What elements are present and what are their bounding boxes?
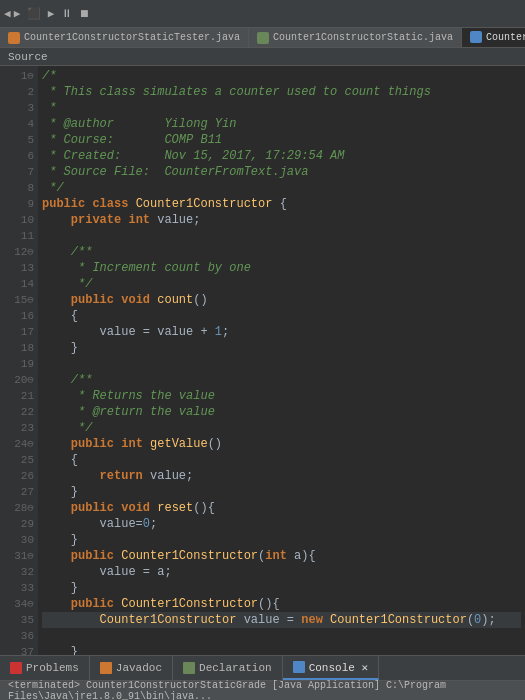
source-label: Source bbox=[8, 51, 48, 63]
line-number: 36 bbox=[4, 628, 34, 644]
line-number: 9 bbox=[4, 196, 34, 212]
line-number: 23 bbox=[4, 420, 34, 436]
line-number: 2 bbox=[4, 84, 34, 100]
line-numbers: 1⊖2 3 4 5 6 7 8 9 10 11 12⊖13 14 15⊖16 1… bbox=[0, 66, 38, 655]
status-bar: <terminated> Counter1ConstructorStaticGr… bbox=[0, 680, 525, 700]
code-line: * @author Yilong Yin bbox=[42, 116, 521, 132]
line-number: 28⊖ bbox=[4, 500, 34, 516]
code-line: * bbox=[42, 100, 521, 116]
bottom-tab-declaration[interactable]: Declaration bbox=[173, 656, 283, 680]
tab-counter-static[interactable]: Counter1ConstructorStatic.java bbox=[249, 28, 462, 47]
line-number: 19 bbox=[4, 356, 34, 372]
tab-counter-tester[interactable]: Counter1ConstructorStaticTester.java bbox=[0, 28, 249, 47]
tab-label-static: Counter1ConstructorStatic.java bbox=[273, 32, 453, 43]
problems-icon bbox=[10, 662, 22, 674]
code-line: * Created: Nov 15, 2017, 17:29:54 AM bbox=[42, 148, 521, 164]
line-number: 22 bbox=[4, 404, 34, 420]
line-number: 7 bbox=[4, 164, 34, 180]
nav-forward-icon[interactable]: ▶ bbox=[14, 7, 21, 20]
title-bar: ◀ ▶ ⬛ ▶ ⏸ ⏹ bbox=[0, 0, 525, 28]
line-number: 12⊖ bbox=[4, 244, 34, 260]
code-line: /** bbox=[42, 372, 521, 388]
tab-label-constructor: Counter1Construc... bbox=[486, 32, 525, 43]
line-number: 5 bbox=[4, 132, 34, 148]
code-line: public void reset(){ bbox=[42, 500, 521, 516]
line-number: 18 bbox=[4, 340, 34, 356]
line-number: 32 bbox=[4, 564, 34, 580]
console-icon bbox=[293, 661, 305, 673]
line-number: 17 bbox=[4, 324, 34, 340]
tab-icon-constructor bbox=[470, 31, 482, 43]
line-number: 1⊖ bbox=[4, 68, 34, 84]
code-line bbox=[42, 228, 521, 244]
tab-icon-tester bbox=[8, 32, 20, 44]
code-line: } bbox=[42, 532, 521, 548]
line-number: 8 bbox=[4, 180, 34, 196]
line-number: 26 bbox=[4, 468, 34, 484]
source-bar: Source bbox=[0, 48, 525, 66]
code-line: public void count() bbox=[42, 292, 521, 308]
editor: 1⊖2 3 4 5 6 7 8 9 10 11 12⊖13 14 15⊖16 1… bbox=[0, 66, 525, 655]
line-number: 16 bbox=[4, 308, 34, 324]
line-number: 24⊖ bbox=[4, 436, 34, 452]
toolbar-icons: ⬛ ▶ ⏸ ⏹ bbox=[27, 7, 89, 20]
console-label: Console ✕ bbox=[309, 661, 368, 674]
line-number: 4 bbox=[4, 116, 34, 132]
title-bar-icons: ◀ ▶ ⬛ ▶ ⏸ ⏹ bbox=[4, 7, 90, 20]
line-number: 35 bbox=[4, 612, 34, 628]
code-line: public class Counter1Constructor { bbox=[42, 196, 521, 212]
code-line: } bbox=[42, 580, 521, 596]
code-line: } bbox=[42, 644, 521, 655]
code-line: /* bbox=[42, 68, 521, 84]
code-line: return value; bbox=[42, 468, 521, 484]
code-line: public Counter1Constructor(){ bbox=[42, 596, 521, 612]
code-line: { bbox=[42, 452, 521, 468]
line-number: 3 bbox=[4, 100, 34, 116]
code-line: * This class simulates a counter used to… bbox=[42, 84, 521, 100]
code-line: value = value + 1; bbox=[42, 324, 521, 340]
line-number: 31⊖ bbox=[4, 548, 34, 564]
code-line: value = a; bbox=[42, 564, 521, 580]
code-line: public Counter1Constructor(int a){ bbox=[42, 548, 521, 564]
code-line: private int value; bbox=[42, 212, 521, 228]
line-number: 10 bbox=[4, 212, 34, 228]
code-line: * Increment count by one bbox=[42, 260, 521, 276]
problems-label: Problems bbox=[26, 662, 79, 674]
code-line: /** bbox=[42, 244, 521, 260]
line-number: 37 bbox=[4, 644, 34, 655]
line-number: 13 bbox=[4, 260, 34, 276]
javadoc-icon bbox=[100, 662, 112, 674]
code-line: value=0; bbox=[42, 516, 521, 532]
code-line: { bbox=[42, 308, 521, 324]
code-line: * Source File: CounterFromText.java bbox=[42, 164, 521, 180]
code-line: */ bbox=[42, 180, 521, 196]
line-number: 30 bbox=[4, 532, 34, 548]
tab-icon-static bbox=[257, 32, 269, 44]
code-area[interactable]: /* * This class simulates a counter used… bbox=[38, 66, 525, 655]
code-line: * Course: COMP B11 bbox=[42, 132, 521, 148]
tab-label-tester: Counter1ConstructorStaticTester.java bbox=[24, 32, 240, 43]
line-number: 33 bbox=[4, 580, 34, 596]
tab-counter-constructor[interactable]: Counter1Construc... bbox=[462, 28, 525, 47]
status-text: <terminated> Counter1ConstructorStaticGr… bbox=[8, 680, 517, 701]
tab-bar: Counter1ConstructorStaticTester.java Cou… bbox=[0, 28, 525, 48]
code-line bbox=[42, 356, 521, 372]
bottom-tab-javadoc[interactable]: Javadoc bbox=[90, 656, 173, 680]
code-line: */ bbox=[42, 276, 521, 292]
code-line: public int getValue() bbox=[42, 436, 521, 452]
code-line bbox=[42, 628, 521, 644]
bottom-tab-console[interactable]: Console ✕ bbox=[283, 656, 379, 680]
line-number: 6 bbox=[4, 148, 34, 164]
declaration-icon bbox=[183, 662, 195, 674]
bottom-tabs: Problems Javadoc Declaration Console ✕ bbox=[0, 656, 525, 680]
code-line: Counter1Constructor value = new Counter1… bbox=[42, 612, 521, 628]
nav-back-icon[interactable]: ◀ bbox=[4, 7, 11, 20]
declaration-label: Declaration bbox=[199, 662, 272, 674]
line-number: 21 bbox=[4, 388, 34, 404]
bottom-tab-problems[interactable]: Problems bbox=[0, 656, 90, 680]
line-number: 34⊖ bbox=[4, 596, 34, 612]
line-number: 14 bbox=[4, 276, 34, 292]
line-number: 25 bbox=[4, 452, 34, 468]
code-line: } bbox=[42, 484, 521, 500]
code-line: * Returns the value bbox=[42, 388, 521, 404]
